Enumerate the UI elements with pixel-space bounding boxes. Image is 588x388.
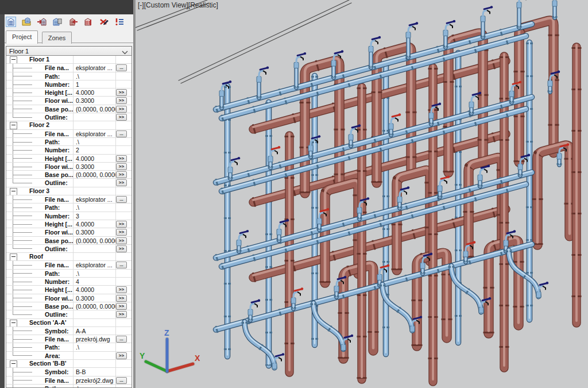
- expand-button[interactable]: >>: [116, 163, 127, 170]
- property-value[interactable]: eksplorator ...: [73, 195, 115, 203]
- property-label: Base po...: [45, 106, 73, 113]
- faucet-icon: [406, 22, 418, 38]
- property-value[interactable]: .\: [73, 72, 115, 80]
- tree-row: Area:>>: [6, 352, 131, 360]
- expand-button[interactable]: >>: [116, 97, 127, 104]
- property-value[interactable]: .\: [73, 385, 115, 388]
- tree-group-row: Section 'B-B': [6, 360, 131, 368]
- property-value[interactable]: 0.3000: [73, 294, 115, 302]
- property-value[interactable]: 4.0000: [73, 89, 115, 96]
- property-label: Symbol:: [45, 368, 68, 375]
- collapse-toggle[interactable]: [10, 253, 17, 260]
- expand-button[interactable]: >>: [116, 245, 127, 252]
- tree-row: Path:.\: [6, 385, 131, 388]
- viewport-controls-label[interactable]: [-][Custom View][Realistic]: [138, 1, 218, 9]
- property-value[interactable]: (0.0000, 0.0000: [73, 302, 115, 310]
- expand-button[interactable]: >>: [116, 221, 127, 228]
- property-value[interactable]: 2: [73, 146, 115, 153]
- collapse-toggle[interactable]: [10, 122, 17, 129]
- property-label: Path:: [45, 139, 60, 145]
- property-value[interactable]: [73, 179, 115, 186]
- tree-row: Number:4: [6, 278, 131, 286]
- tab-project[interactable]: Project: [6, 30, 38, 44]
- collapse-toggle[interactable]: [10, 56, 17, 63]
- property-value[interactable]: (0.0000, 0.0000: [73, 237, 115, 244]
- building-properties-button[interactable]: [52, 17, 63, 27]
- group-label: Floor 3: [29, 187, 49, 194]
- expand-button[interactable]: >>: [116, 179, 127, 186]
- property-value[interactable]: A-A: [73, 327, 115, 335]
- browse-button[interactable]: ...: [116, 64, 127, 71]
- property-value[interactable]: przekrój2.dwg: [73, 377, 115, 384]
- property-value[interactable]: [73, 310, 115, 318]
- expand-button[interactable]: >>: [116, 114, 127, 121]
- property-label: Path:: [45, 204, 60, 211]
- property-value[interactable]: 3: [73, 212, 115, 220]
- project-tree[interactable]: Floor 1File na...eksplorator ......Path:…: [6, 55, 132, 388]
- tree-row: Path:.\: [6, 72, 131, 80]
- property-value[interactable]: .\: [73, 270, 115, 277]
- property-value[interactable]: 4.0000: [73, 220, 115, 228]
- property-value[interactable]: przekrój.dwg: [73, 335, 115, 343]
- browse-button[interactable]: ...: [116, 262, 127, 268]
- property-value[interactable]: .\: [73, 203, 115, 211]
- browse-button[interactable]: ...: [116, 196, 127, 203]
- expand-button[interactable]: >>: [116, 303, 127, 310]
- expand-button[interactable]: >>: [116, 229, 127, 236]
- expand-button[interactable]: >>: [116, 155, 127, 162]
- property-value[interactable]: 4: [73, 278, 115, 285]
- property-value[interactable]: 1: [73, 80, 115, 88]
- expand-button[interactable]: >>: [116, 106, 127, 113]
- collapse-toggle[interactable]: [10, 320, 17, 326]
- property-value[interactable]: eksplorator ...: [73, 130, 115, 137]
- property-value[interactable]: eksplorator ...: [73, 64, 115, 71]
- panel-docking-strip[interactable]: [0, 0, 5, 388]
- property-label: Base po...: [45, 303, 73, 310]
- expand-button[interactable]: >>: [116, 286, 127, 293]
- property-value[interactable]: (0.0000, 0.0000: [73, 171, 115, 178]
- collapse-toggle[interactable]: [10, 360, 17, 367]
- expand-button[interactable]: >>: [116, 171, 127, 178]
- property-value[interactable]: 4.0000: [73, 286, 115, 293]
- property-label: Height [...: [45, 221, 72, 228]
- property-label: Height [...: [45, 89, 72, 96]
- property-label: Number:: [45, 81, 69, 88]
- property-value[interactable]: 0.3000: [73, 228, 115, 236]
- element-list-button[interactable]: [114, 17, 125, 27]
- property-value[interactable]: 0.3000: [73, 97, 115, 104]
- property-value[interactable]: [73, 352, 115, 359]
- property-value[interactable]: .\: [73, 138, 115, 145]
- property-value[interactable]: 4.0000: [73, 155, 115, 162]
- browse-button[interactable]: ...: [116, 336, 127, 343]
- drawing-canvas[interactable]: ZXY: [136, 0, 588, 388]
- building-structure-button[interactable]: [83, 17, 94, 27]
- property-label: Path:: [45, 73, 60, 80]
- expand-button[interactable]: >>: [116, 311, 127, 318]
- expand-button[interactable]: >>: [116, 237, 127, 244]
- browse-button[interactable]: ...: [116, 377, 127, 384]
- property-value[interactable]: eksplorator ...: [73, 261, 115, 268]
- tree-row: Outline:>>: [6, 310, 131, 318]
- expand-button[interactable]: >>: [116, 352, 127, 359]
- open-project-button[interactable]: [21, 17, 32, 27]
- tree-row: Height [...4.0000>>: [6, 89, 131, 97]
- expand-button[interactable]: >>: [116, 89, 127, 96]
- property-value[interactable]: 0.3000: [73, 163, 115, 170]
- expand-button[interactable]: >>: [116, 295, 127, 302]
- collapse-toggle[interactable]: [10, 188, 17, 195]
- tab-zones[interactable]: Zones: [42, 32, 72, 44]
- drawing-viewport[interactable]: [-][Custom View][Realistic] ZXY: [136, 0, 588, 388]
- new-project-button[interactable]: [6, 17, 16, 27]
- edit-marks-button[interactable]: [99, 17, 109, 27]
- property-value[interactable]: [73, 113, 115, 121]
- property-label: Floor wi...: [45, 97, 73, 104]
- property-value[interactable]: (0.0000, 0.0000: [73, 105, 115, 113]
- property-value[interactable]: B-B: [73, 368, 115, 375]
- export-building-button[interactable]: [68, 17, 78, 27]
- import-building-button[interactable]: [37, 17, 47, 27]
- property-value[interactable]: .\: [73, 343, 115, 351]
- panel-titlebar[interactable]: [0, 0, 133, 14]
- browse-button[interactable]: ...: [116, 130, 127, 137]
- property-value[interactable]: [73, 245, 115, 252]
- tree-row: Floor wi...0.3000>>: [6, 228, 131, 236]
